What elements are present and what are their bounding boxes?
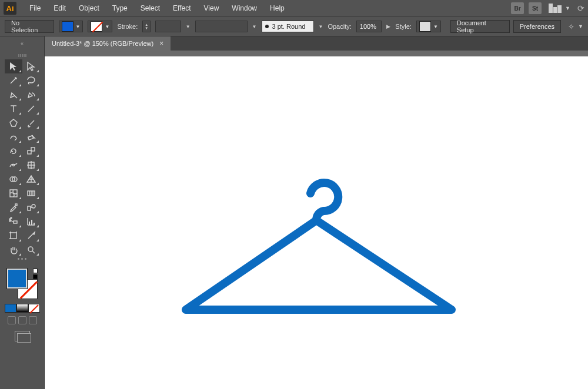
menu-view[interactable]: View bbox=[198, 2, 225, 14]
menu-edit[interactable]: Edit bbox=[48, 2, 72, 14]
stroke-swatch-dropdown[interactable]: ▼ bbox=[88, 21, 112, 32]
no-stroke-swatch-icon bbox=[91, 21, 102, 32]
variable-width-profile-dropdown[interactable] bbox=[195, 21, 248, 32]
svg-point-50 bbox=[28, 247, 33, 251]
stroke-label: Stroke: bbox=[117, 23, 138, 30]
bridge-icon[interactable]: Br bbox=[511, 2, 524, 14]
menu-type[interactable]: Type bbox=[106, 2, 133, 14]
app-logo: Ai bbox=[4, 2, 16, 15]
type-tool[interactable] bbox=[5, 102, 22, 116]
chevron-down-icon[interactable]: ▼ bbox=[186, 24, 191, 29]
fill-swatch-dropdown[interactable]: ▼ bbox=[59, 21, 83, 32]
perspective-grid-tool[interactable] bbox=[22, 172, 40, 186]
color-mode-solid[interactable] bbox=[5, 304, 16, 313]
swap-default-colors-icon[interactable] bbox=[33, 269, 38, 279]
menu-help[interactable]: Help bbox=[264, 2, 290, 14]
menu-window[interactable]: Window bbox=[226, 2, 263, 14]
zoom-tool[interactable] bbox=[22, 243, 40, 257]
main-area bbox=[0, 51, 588, 389]
stock-icon[interactable]: St bbox=[529, 2, 542, 14]
chevron-down-icon[interactable]: ▼ bbox=[252, 24, 257, 29]
menu-effect[interactable]: Effect bbox=[167, 2, 196, 14]
chevron-down-icon[interactable]: ▼ bbox=[319, 24, 323, 29]
column-graph-tool[interactable] bbox=[22, 214, 40, 229]
draw-behind-icon[interactable] bbox=[18, 316, 26, 324]
free-transform-tool[interactable] bbox=[22, 158, 40, 172]
svg-rect-42 bbox=[29, 222, 30, 225]
stroke-weight-stepper[interactable]: ▲▼ bbox=[142, 21, 151, 32]
direct-selection-tool[interactable] bbox=[22, 59, 40, 73]
width-tool[interactable] bbox=[5, 158, 22, 172]
svg-rect-43 bbox=[31, 220, 32, 225]
rectangle-tool[interactable] bbox=[5, 116, 22, 130]
close-icon[interactable]: × bbox=[159, 39, 163, 48]
scale-tool[interactable] bbox=[22, 144, 40, 158]
toolbar-collapse-handle[interactable]: « bbox=[0, 36, 45, 51]
stroke-weight-field[interactable] bbox=[155, 21, 181, 32]
svg-rect-33 bbox=[28, 206, 31, 210]
canvas-area[interactable] bbox=[45, 51, 588, 389]
symbol-sprayer-tool[interactable] bbox=[5, 214, 22, 229]
panel-drag-handle[interactable] bbox=[11, 54, 34, 57]
svg-rect-15 bbox=[28, 150, 31, 154]
artboard[interactable] bbox=[45, 56, 588, 389]
document-setup-button[interactable]: Document Setup bbox=[450, 20, 510, 33]
menu-select[interactable]: Select bbox=[135, 2, 166, 14]
brush-definition-label: 3 pt. Round bbox=[272, 23, 306, 30]
lasso-tool[interactable] bbox=[22, 73, 40, 88]
sync-settings-icon[interactable]: ⟳ bbox=[577, 4, 584, 13]
slice-tool[interactable] bbox=[22, 229, 40, 243]
workspace-switcher[interactable]: ▼ bbox=[549, 4, 570, 13]
chevron-down-icon: ▼ bbox=[76, 24, 81, 29]
eyedropper-tool[interactable] bbox=[5, 200, 22, 214]
fill-indicator-icon bbox=[7, 269, 27, 289]
svg-point-37 bbox=[9, 219, 11, 220]
opacity-popup-icon[interactable]: ▶ bbox=[386, 24, 390, 29]
rotate-tool[interactable] bbox=[5, 144, 22, 158]
color-mode-none[interactable] bbox=[28, 304, 40, 313]
selection-status: No Selection bbox=[5, 20, 54, 33]
artboard-tool[interactable] bbox=[5, 229, 22, 243]
document-tab-strip: « Untitled-3* @ 150% (RGB/Preview) × bbox=[0, 36, 588, 51]
eraser-tool[interactable] bbox=[22, 130, 40, 144]
draw-normal-icon[interactable] bbox=[8, 316, 16, 324]
edit-toolbar-icon[interactable] bbox=[5, 258, 40, 264]
menu-object[interactable]: Object bbox=[73, 2, 105, 14]
screen-mode-button[interactable] bbox=[15, 331, 30, 341]
chevron-down-icon: ▼ bbox=[433, 24, 438, 29]
pen-tool[interactable] bbox=[5, 88, 22, 102]
line-segment-tool[interactable] bbox=[22, 102, 40, 116]
svg-line-51 bbox=[32, 251, 35, 253]
document-tab[interactable]: Untitled-3* @ 150% (RGB/Preview) × bbox=[45, 36, 171, 51]
svg-marker-0 bbox=[10, 62, 16, 71]
fill-stroke-indicator[interactable] bbox=[7, 269, 38, 299]
hand-tool[interactable] bbox=[5, 243, 22, 257]
shape-builder-tool[interactable] bbox=[5, 172, 22, 186]
preferences-button[interactable]: Preferences bbox=[513, 20, 561, 33]
pin-control-icon[interactable]: ✧ bbox=[568, 22, 574, 31]
magic-wand-tool[interactable] bbox=[5, 73, 22, 88]
color-mode-gradient[interactable] bbox=[16, 304, 28, 313]
chevron-down-icon: ▼ bbox=[565, 5, 570, 11]
svg-line-11 bbox=[30, 120, 34, 125]
gradient-tool[interactable] bbox=[22, 186, 40, 200]
graphic-style-dropdown[interactable]: ▼ bbox=[416, 21, 441, 32]
selection-tool[interactable] bbox=[5, 59, 22, 73]
curvature-tool[interactable] bbox=[22, 88, 40, 102]
svg-point-18 bbox=[12, 165, 14, 166]
paintbrush-tool[interactable] bbox=[22, 116, 40, 130]
blend-tool[interactable] bbox=[22, 200, 40, 214]
brush-definition-dropdown[interactable]: 3 pt. Round bbox=[262, 21, 314, 32]
svg-rect-16 bbox=[31, 147, 35, 151]
svg-point-34 bbox=[32, 204, 35, 208]
opacity-field[interactable]: 100% bbox=[356, 21, 382, 32]
svg-line-9 bbox=[28, 106, 34, 112]
mesh-tool[interactable] bbox=[5, 186, 22, 200]
menu-file[interactable]: File bbox=[24, 2, 46, 14]
control-bar: No Selection ▼ ▼ Stroke: ▲▼ ▼ ▼ 3 pt. Ro… bbox=[0, 16, 588, 36]
hanger-artwork[interactable] bbox=[163, 165, 469, 330]
chevron-down-icon[interactable]: ▼ bbox=[578, 24, 583, 29]
shaper-tool[interactable] bbox=[5, 130, 22, 144]
svg-marker-10 bbox=[10, 119, 17, 126]
draw-inside-icon[interactable] bbox=[29, 316, 37, 324]
